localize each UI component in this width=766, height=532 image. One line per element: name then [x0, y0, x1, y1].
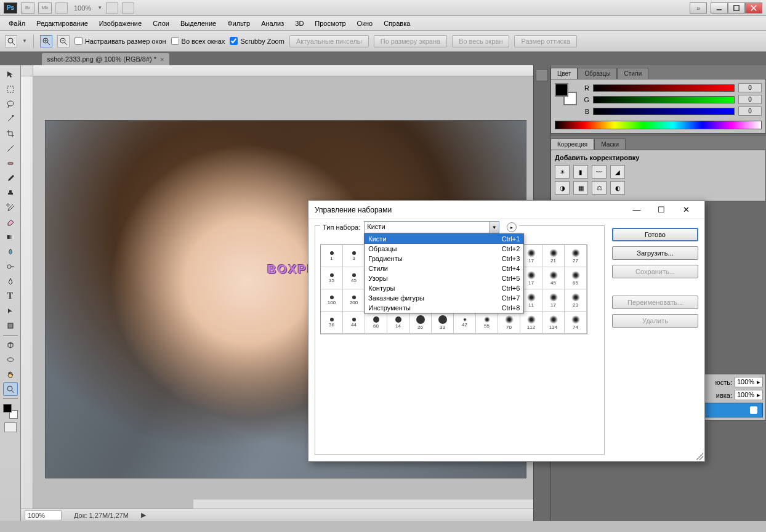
scrubby-zoom-checkbox[interactable]: Scrubby Zoom	[230, 37, 284, 45]
save-button[interactable]: Сохранить...	[612, 265, 698, 278]
menu-image[interactable]: Изображение	[94, 18, 147, 29]
screen-mode-dropdown[interactable]	[55, 2, 68, 14]
brush-preset-cell[interactable]: 21	[542, 245, 565, 267]
delete-button[interactable]: Удалить	[612, 314, 698, 328]
wand-tool-icon[interactable]	[3, 112, 18, 126]
flyout-menu-icon[interactable]: ▸	[507, 222, 517, 232]
3d-camera-tool-icon[interactable]	[3, 353, 18, 366]
preset-type-combobox[interactable]: Кисти ▼ КистиCtrl+1ОбразцыCtrl+2Градиент…	[364, 221, 499, 233]
brush-preset-cell[interactable]: 17	[542, 289, 565, 312]
hand-tool-icon[interactable]	[3, 368, 18, 381]
done-button[interactable]: Готово	[612, 228, 698, 241]
menu-view[interactable]: Просмотр	[310, 18, 350, 29]
menu-edit[interactable]: Редактирование	[31, 18, 93, 29]
menu-layer[interactable]: Слои	[148, 18, 174, 29]
spectrum-ramp[interactable]	[555, 121, 762, 129]
tab-masks[interactable]: Маски	[594, 139, 626, 150]
quickmask-icon[interactable]	[4, 422, 17, 432]
brush-preset-cell[interactable]: 100	[321, 289, 343, 312]
pen-tool-icon[interactable]	[3, 275, 18, 288]
marquee-tool-icon[interactable]	[3, 83, 18, 96]
menu-help[interactable]: Справка	[379, 18, 415, 29]
exposure-icon[interactable]: ◢	[610, 165, 625, 179]
menu-3d[interactable]: 3D	[290, 18, 308, 29]
move-tool-icon[interactable]	[3, 68, 18, 81]
combo-option[interactable]: ГрадиентыCtrl+3	[365, 254, 523, 264]
brush-preset-cell[interactable]: 70	[498, 312, 520, 334]
combo-option[interactable]: ИнструментыCtrl+8	[365, 303, 523, 313]
hue-icon[interactable]: ▦	[573, 181, 588, 195]
arrange-docs-dropdown[interactable]	[106, 2, 118, 14]
brush-preset-cell[interactable]: 112	[520, 312, 542, 334]
resize-grip-icon[interactable]	[696, 453, 703, 460]
path-select-tool-icon[interactable]	[3, 304, 18, 318]
panel-color-swatch[interactable]	[555, 83, 577, 105]
brush-preset-cell[interactable]: 65	[565, 267, 587, 289]
menu-filter[interactable]: Фильтр	[222, 18, 255, 29]
eyedropper-tool-icon[interactable]	[3, 142, 18, 155]
dialog-close-icon[interactable]: ✕	[674, 201, 698, 219]
close-button[interactable]	[745, 2, 762, 14]
blur-tool-icon[interactable]	[3, 245, 18, 259]
color-balance-icon[interactable]: ⚖	[592, 181, 607, 195]
brush-preset-cell[interactable]: 27	[565, 245, 587, 267]
menu-window[interactable]: Окно	[352, 18, 378, 29]
combo-option[interactable]: ОбразцыCtrl+2	[365, 244, 523, 254]
brush-preset-cell[interactable]: 134	[542, 312, 565, 334]
close-tab-icon[interactable]: ×	[160, 55, 164, 63]
brush-preset-cell[interactable]: 45	[343, 267, 365, 289]
combo-option[interactable]: КонтурыCtrl+6	[365, 283, 523, 293]
resize-windows-checkbox[interactable]: Настраивать размер окон	[75, 37, 166, 45]
menu-select[interactable]: Выделение	[175, 18, 221, 29]
brush-preset-cell[interactable]: 60	[365, 312, 387, 334]
b-slider[interactable]	[593, 108, 735, 115]
ruler-vertical[interactable]	[21, 76, 33, 509]
actual-pixels-button[interactable]: Актуальные пикселы	[289, 35, 369, 47]
combo-option[interactable]: УзорыCtrl+5	[365, 273, 523, 283]
current-tool-icon[interactable]	[5, 35, 17, 47]
brush-preset-cell[interactable]: 45	[542, 267, 565, 289]
bw-icon[interactable]: ◐	[610, 181, 625, 195]
document-tab[interactable]: sshot-2333.png @ 100% (RGB/8#) * ×	[42, 53, 169, 65]
load-button[interactable]: Загрузить...	[612, 246, 698, 260]
combo-option[interactable]: СтилиCtrl+4	[365, 264, 523, 273]
combo-option[interactable]: КистиCtrl+1	[365, 234, 523, 244]
zoom-in-icon[interactable]	[40, 35, 52, 47]
brightness-icon[interactable]: ☀	[555, 165, 570, 179]
print-size-button[interactable]: Размер оттиска	[514, 35, 577, 47]
history-brush-icon[interactable]	[3, 201, 18, 214]
brush-preset-cell[interactable]: 55	[476, 312, 498, 334]
dialog-maximize-icon[interactable]: ☐	[649, 201, 674, 219]
chevron-down-icon[interactable]: ▼	[489, 222, 499, 233]
screen-mode-dropdown-2[interactable]	[122, 2, 134, 14]
minimize-button[interactable]	[711, 2, 728, 14]
mini-bridge-icon[interactable]: Mb	[38, 2, 52, 14]
brush-preset-cell[interactable]: 36	[321, 312, 343, 334]
brush-preset-cell[interactable]: 3	[343, 245, 365, 267]
all-windows-checkbox[interactable]: Во всех окнах	[171, 37, 225, 45]
expand-panels-icon[interactable]: »	[690, 2, 707, 14]
menu-analysis[interactable]: Анализ	[256, 18, 289, 29]
zoom-tool-icon[interactable]	[3, 382, 18, 396]
combo-option[interactable]: Заказные фигурыCtrl+7	[365, 293, 523, 303]
full-screen-button[interactable]: Во весь экран	[452, 35, 509, 47]
g-value[interactable]: 0	[738, 95, 762, 104]
menu-file[interactable]: Файл	[4, 18, 30, 29]
brush-preset-cell[interactable]: 23	[565, 289, 587, 312]
status-zoom[interactable]: 100%	[25, 510, 62, 520]
brush-tool-icon[interactable]	[3, 171, 18, 185]
scrollbar-horizontal[interactable]	[193, 499, 533, 509]
shape-tool-icon[interactable]	[3, 319, 18, 332]
eraser-tool-icon[interactable]	[3, 216, 18, 229]
r-value[interactable]: 0	[738, 83, 762, 92]
opacity-value[interactable]: 100%▸	[735, 377, 763, 387]
ruler-horizontal[interactable]	[33, 65, 533, 76]
dialog-titlebar[interactable]: Управление наборами — ☐ ✕	[308, 201, 704, 219]
crop-tool-icon[interactable]	[3, 127, 18, 140]
gradient-tool-icon[interactable]	[3, 230, 18, 244]
healing-tool-icon[interactable]	[3, 156, 18, 170]
zoom-dropdown-icon[interactable]: ▼	[97, 5, 102, 10]
brush-preset-cell[interactable]: 33	[432, 312, 454, 334]
dropdown-icon[interactable]: ▼	[22, 38, 27, 44]
dialog-minimize-icon[interactable]: —	[624, 201, 649, 219]
